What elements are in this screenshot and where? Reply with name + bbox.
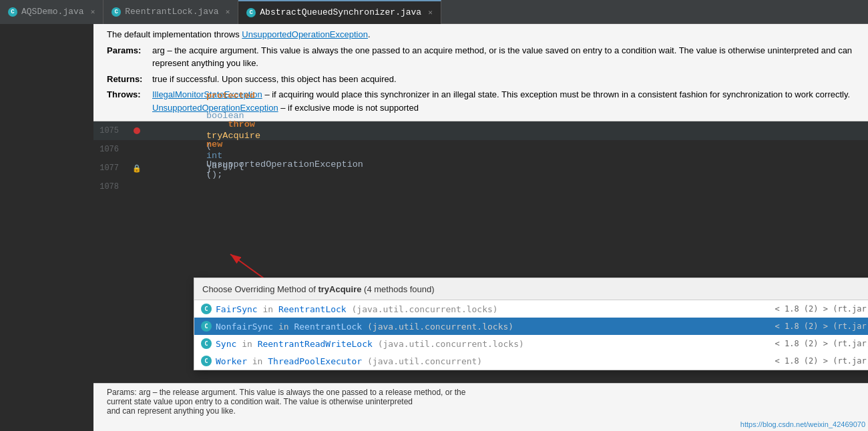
item-pkg-sync: (java.util.concurrent.locks) bbox=[378, 339, 524, 349]
item-container-nonfairsync: ReentrantLock bbox=[294, 322, 362, 332]
item-container-fairsync: ReentrantLock bbox=[278, 304, 347, 314]
left-gutter bbox=[0, 24, 93, 431]
lock-icon-1077: 🔒 bbox=[132, 164, 142, 173]
item-pkg-nonfairsync: (java.util.concurrent.locks) bbox=[367, 322, 513, 332]
dropdown-item-fairsync[interactable]: C FairSync in ReentrantLock (java.util.c… bbox=[194, 300, 868, 318]
item-class-sync: Sync bbox=[216, 339, 236, 349]
doc-throws-text1: – if acquiring would place this synchron… bbox=[264, 89, 850, 99]
doc-returns-label: Returns: bbox=[107, 73, 147, 86]
doc-unsupported-link[interactable]: UnsupportedOperationException bbox=[242, 29, 368, 39]
item-version-worker: < 1.8 (2) > (rt.jar) bbox=[775, 356, 869, 366]
line-markers-1077: 🔒 bbox=[127, 164, 147, 173]
dropdown-header: Choose Overriding Method of tryAcquire (… bbox=[194, 278, 868, 300]
code-line-1078: 1078 bbox=[93, 177, 868, 196]
kw-new: new bbox=[206, 139, 222, 149]
doc-params-section: Params: arg – the acquire argument. This… bbox=[107, 44, 855, 70]
line-num-1077: 1077 bbox=[93, 163, 127, 173]
tab-aqs[interactable]: C AbstractQueuedSynchronizer.java ✕ bbox=[238, 0, 441, 24]
kw-protected: protected bbox=[206, 91, 255, 101]
line-markers-1075[interactable] bbox=[127, 127, 147, 134]
item-container-sync: ReentrantReadWriteLock bbox=[258, 339, 373, 349]
tab-aqsdemo[interactable]: C AQSDemo.java ✕ bbox=[0, 0, 103, 24]
code-line-1077: 1077 🔒 } bbox=[93, 159, 868, 177]
item-version-fairsync: < 1.8 (2) > (rt.jar) bbox=[775, 304, 869, 314]
line-num-1076: 1076 bbox=[93, 145, 127, 154]
item-icon-worker: C bbox=[201, 356, 212, 366]
item-icon-fairsync: C bbox=[201, 304, 212, 314]
code-lines: 1075 protected boolean tryAcquire ( int … bbox=[93, 121, 868, 196]
line-num-1075: 1075 bbox=[93, 126, 127, 135]
tab-close-aqs[interactable]: ✕ bbox=[428, 8, 433, 17]
dropdown-item-sync[interactable]: C Sync in ReentrantReadWriteLock (java.u… bbox=[194, 335, 868, 352]
tab-label-aqsdemo: AQSDemo.java bbox=[21, 7, 84, 17]
bottom-doc-line3: and can represent anything you like. bbox=[107, 406, 855, 416]
item-version-nonfairsync: < 1.8 (2) > (rt.jar) bbox=[775, 322, 869, 331]
doc-default-impl: The default implementation throws Unsupp… bbox=[107, 28, 855, 41]
kw-throw: throw bbox=[206, 119, 255, 129]
dropdown-title: Choose Overriding Method of bbox=[202, 284, 316, 294]
item-icon-sync: C bbox=[201, 338, 212, 349]
item-main-nonfairsync: NonfairSync in ReentrantLock (java.util.… bbox=[216, 322, 771, 332]
item-pkg-worker: (java.util.concurrent) bbox=[367, 356, 482, 366]
tab-icon-aqs: C bbox=[246, 8, 256, 17]
dropdown-item-worker[interactable]: C Worker in ThreadPoolExecutor (java.uti… bbox=[194, 352, 868, 370]
watermark: https://blog.csdn.net/weixin_42469070 bbox=[740, 420, 865, 428]
bottom-doc-line2: current state value upon entry to a cond… bbox=[107, 397, 855, 406]
code-panel: The default implementation throws Unsupp… bbox=[93, 24, 868, 431]
item-main-fairsync: FairSync in ReentrantLock (java.util.con… bbox=[216, 304, 771, 314]
tab-label-reentrant: ReentrantLock.java bbox=[125, 7, 218, 17]
content-area: Reade The default implementation throws … bbox=[0, 24, 868, 431]
dropdown-popup: Choose Overriding Method of tryAcquire (… bbox=[194, 278, 868, 370]
item-main-sync: Sync in ReentrantReadWriteLock (java.uti… bbox=[216, 339, 771, 349]
tab-reentrant[interactable]: C ReentrantLock.java ✕ bbox=[103, 0, 238, 24]
bottom-doc: Params: arg – the release argument. This… bbox=[93, 383, 868, 431]
item-main-worker: Worker in ThreadPoolExecutor (java.util.… bbox=[216, 356, 771, 366]
item-class-nonfairsync: NonfairSync bbox=[216, 322, 273, 332]
tab-close-reentrant[interactable]: ✕ bbox=[226, 7, 230, 16]
item-class-worker: Worker bbox=[216, 356, 247, 366]
doc-params-label: Params: bbox=[107, 44, 147, 70]
breakpoint-dot-1075 bbox=[134, 127, 140, 134]
tab-bar: C AQSDemo.java ✕ C ReentrantLock.java ✕ … bbox=[0, 0, 868, 24]
item-version-sync: < 1.8 (2) > (rt.jar) bbox=[775, 339, 869, 348]
doc-params-text: arg – the acquire argument. This value i… bbox=[152, 44, 855, 70]
tab-icon-aqsdemo: C bbox=[8, 7, 17, 17]
bottom-doc-line1: Params: arg – the release argument. This… bbox=[107, 388, 855, 397]
dropdown-count: (4 methods found) bbox=[364, 284, 435, 294]
dropdown-item-nonfairsync[interactable]: C NonfairSync in ReentrantLock (java.uti… bbox=[194, 318, 868, 335]
item-class-fairsync: FairSync bbox=[216, 304, 258, 314]
line-num-1078: 1078 bbox=[93, 182, 127, 191]
dropdown-header-text: Choose Overriding Method of tryAcquire (… bbox=[202, 284, 868, 294]
dropdown-method: tryAcquire bbox=[318, 284, 361, 294]
doc-throws-label: Throws: bbox=[107, 88, 147, 114]
item-container-worker: ThreadPoolExecutor bbox=[268, 356, 362, 366]
item-pkg-fairsync: (java.util.concurrent.locks) bbox=[352, 304, 498, 314]
tab-label-aqs: AbstractQueuedSynchronizer.java bbox=[260, 7, 421, 17]
tab-close-aqsdemo[interactable]: ✕ bbox=[91, 7, 95, 16]
item-icon-nonfairsync: C bbox=[201, 321, 212, 332]
tab-icon-reentrant: C bbox=[112, 7, 121, 17]
